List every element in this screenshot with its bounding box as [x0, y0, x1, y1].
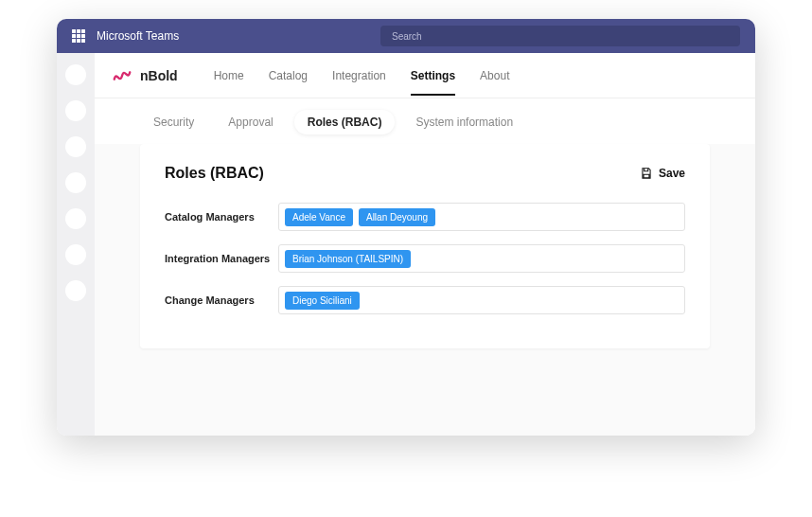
titlebar: Microsoft Teams Search — [57, 19, 755, 53]
search-input[interactable]: Search — [380, 26, 740, 46]
role-row: Change ManagersDiego Siciliani — [165, 286, 685, 314]
role-row: Integration ManagersBrian Johnson (TAILS… — [165, 244, 685, 273]
card-header: Roles (RBAC) Save — [165, 165, 685, 182]
content-area: Roles (RBAC) Save Catalog ManagersAdele … — [95, 144, 755, 436]
subtab-approval[interactable]: Approval — [215, 110, 286, 134]
role-label: Catalog Managers — [165, 211, 278, 223]
brand-logo-icon — [110, 63, 134, 88]
left-rail — [57, 53, 95, 436]
app-bar: nBold HomeCatalogIntegrationSettingsAbou… — [95, 53, 755, 98]
appnav-item-home[interactable]: Home — [214, 56, 244, 96]
rbac-card: Roles (RBAC) Save Catalog ManagersAdele … — [140, 144, 710, 348]
rail-item[interactable] — [65, 280, 86, 301]
brand: nBold — [110, 63, 178, 88]
rail-item[interactable] — [65, 100, 86, 121]
appnav-item-integration[interactable]: Integration — [332, 56, 386, 96]
body: nBold HomeCatalogIntegrationSettingsAbou… — [57, 53, 755, 436]
person-chip[interactable]: Adele Vance — [285, 208, 353, 226]
rail-item[interactable] — [65, 244, 86, 265]
subtab-roles-rbac-[interactable]: Roles (RBAC) — [294, 110, 396, 134]
main-area: nBold HomeCatalogIntegrationSettingsAbou… — [95, 53, 755, 436]
rail-item[interactable] — [65, 64, 86, 85]
save-label: Save — [659, 167, 685, 180]
brand-name: nBold — [140, 68, 178, 83]
appnav-item-settings[interactable]: Settings — [411, 56, 455, 96]
role-rows: Catalog ManagersAdele VanceAllan Deyoung… — [165, 203, 685, 314]
app-launcher-icon[interactable] — [72, 29, 85, 43]
rail-item[interactable] — [65, 208, 86, 229]
rail-item[interactable] — [65, 172, 86, 193]
role-people-input[interactable]: Adele VanceAllan Deyoung — [278, 203, 685, 231]
person-chip[interactable]: Allan Deyoung — [359, 208, 435, 226]
subtab-security[interactable]: Security — [140, 110, 207, 134]
person-chip[interactable]: Diego Siciliani — [285, 292, 360, 310]
rail-item[interactable] — [65, 136, 86, 157]
role-label: Integration Managers — [165, 253, 278, 264]
teams-window: Microsoft Teams Search nBold HomeCatalog… — [57, 19, 755, 436]
save-icon — [640, 167, 653, 180]
role-people-input[interactable]: Diego Siciliani — [278, 286, 685, 314]
save-button[interactable]: Save — [640, 167, 685, 180]
role-row: Catalog ManagersAdele VanceAllan Deyoung — [165, 203, 685, 231]
card-title: Roles (RBAC) — [165, 165, 264, 182]
person-chip[interactable]: Brian Johnson (TAILSPIN) — [285, 250, 411, 268]
subtab-system-information[interactable]: System information — [402, 110, 526, 134]
app-nav: HomeCatalogIntegrationSettingsAbout — [214, 56, 510, 96]
role-label: Change Managers — [165, 294, 278, 306]
titlebar-title: Microsoft Teams — [97, 29, 179, 43]
search-placeholder: Search — [392, 31, 422, 42]
appnav-item-catalog[interactable]: Catalog — [269, 56, 308, 96]
appnav-item-about[interactable]: About — [480, 56, 509, 96]
sub-tabs: SecurityApprovalRoles (RBAC)System infor… — [95, 98, 755, 144]
role-people-input[interactable]: Brian Johnson (TAILSPIN) — [278, 244, 685, 273]
